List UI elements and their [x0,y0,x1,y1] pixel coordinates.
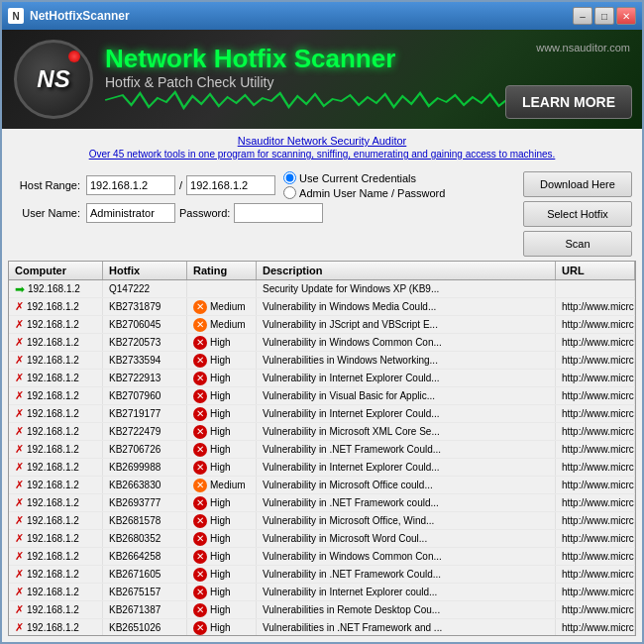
cell-rating: ✕High [187,405,257,422]
cell-description: Vulnerability in Internet Explorer Could… [257,405,556,422]
cell-computer: ✗192.168.1.2 [9,441,103,458]
cell-computer: ✗192.168.1.2 [9,530,103,547]
host-range-to[interactable] [186,175,275,195]
table-row[interactable]: ✗192.168.1.2KB2681578✕HighVulnerability … [9,512,635,530]
cell-description: Vulnerability in Visual Basic for Applic… [257,387,556,404]
main-window: N NetHotfixScanner – □ ✕ NS Network Hotf… [0,0,644,644]
cell-description: Vulnerability in Microsoft Office could.… [257,477,556,493]
cell-url: http://www.micrc [556,548,635,565]
cell-description: Vulnerabilities in Remote Desktop Cou... [257,601,556,618]
table-row[interactable]: ✗192.168.1.2KB2731879✕MediumVulnerabilit… [9,298,635,316]
table-row[interactable]: ✗192.168.1.2KB2664258✕HighVulnerability … [9,548,635,566]
cell-hotfix: Q147222 [103,280,187,297]
cell-rating: ✕Medium [187,477,257,493]
learn-more-button[interactable]: LEARN MORE [505,85,632,119]
table-row[interactable]: ✗192.168.1.2KB2706726✕HighVulnerability … [9,441,635,459]
cell-url: http://www.micrc [556,512,635,529]
cell-computer: ✗192.168.1.2 [9,334,103,351]
table-row[interactable]: ✗192.168.1.2KB2663830✕MediumVulnerabilit… [9,477,635,494]
cell-description: Vulnerability in Windows Common Con... [257,548,556,565]
table-row[interactable]: ✗192.168.1.2KB2671605✕HighVulnerability … [9,566,635,584]
table-row[interactable]: ✗192.168.1.2KB2651026✕HighVulnerabilitie… [9,619,635,635]
cell-hotfix: KB2680352 [103,530,187,547]
cell-hotfix: KB2733594 [103,352,187,369]
nsauditor-link[interactable]: Nsauditor Network Security Auditor [12,135,632,147]
table-row[interactable]: ✗192.168.1.2KB2722913✕HighVulnerability … [9,370,635,387]
cell-hotfix: KB2706726 [103,441,187,458]
admin-user-label[interactable]: Admin User Name / Password [283,186,445,199]
host-range-label: Host Range: [12,179,86,191]
table-row[interactable]: ✗192.168.1.2KB2706045✕MediumVulnerabilit… [9,316,635,334]
admin-user-radio[interactable] [283,186,296,199]
cell-rating: ✕High [187,601,257,618]
cell-hotfix: KB2722479 [103,423,187,440]
results-table: Computer Hotfix Rating Description URL ➡… [8,261,636,636]
cell-hotfix: KB2671605 [103,566,187,583]
cell-url: http://www.micrc [556,601,635,618]
cell-hotfix: KB2663830 [103,477,187,493]
col-header-url: URL [556,262,635,279]
scan-button[interactable]: Scan [523,231,632,257]
cell-url: http://www.micrc [556,584,635,600]
table-row[interactable]: ✗192.168.1.2KB2699988✕HighVulnerability … [9,459,635,477]
host-range-from[interactable] [86,175,175,195]
cell-url: http://www.micrc [556,477,635,493]
cell-computer: ✗192.168.1.2 [9,584,103,600]
window-title: NetHotfixScanner [30,9,130,23]
cell-hotfix: KB2693777 [103,494,187,511]
table-row[interactable]: ✗192.168.1.2KB2671387✕HighVulnerabilitie… [9,601,635,619]
minimize-button[interactable]: – [573,7,592,25]
cell-url: http://www.micrc [556,441,635,458]
banner-website: www.nsauditor.com [536,42,630,54]
table-row[interactable]: ➡192.168.1.2Q147222Security Update for W… [9,280,635,298]
cell-computer: ✗192.168.1.2 [9,405,103,422]
cell-url: http://www.micrc [556,566,635,583]
table-row[interactable]: ✗192.168.1.2KB2675157✕HighVulnerability … [9,584,635,601]
banner: NS Network Hotfix Scanner Hotfix & Patch… [2,30,642,129]
cell-computer: ✗192.168.1.2 [9,566,103,583]
cell-rating: ✕Medium [187,316,257,333]
col-header-computer: Computer [9,262,103,279]
cell-description: Vulnerability in .NET Framework Could... [257,441,556,458]
use-current-credentials-label[interactable]: Use Current Credentials [283,171,445,184]
username-input[interactable] [86,203,175,223]
cell-url: http://www.micrc [556,530,635,547]
cell-rating: ✕High [187,512,257,529]
table-row[interactable]: ✗192.168.1.2KB2707960✕HighVulnerability … [9,387,635,405]
controls-row: Host Range: / Use Current Credentials Ad… [2,165,642,261]
cell-hotfix: KB2707960 [103,387,187,404]
table-row[interactable]: ✗192.168.1.2KB2720573✕HighVulnerability … [9,334,635,352]
table-row[interactable]: ✗192.168.1.2KB2680352✕HighVulnerability … [9,530,635,548]
cell-hotfix: KB2722913 [103,370,187,386]
table-row[interactable]: ✗192.168.1.2KB2719177✕HighVulnerability … [9,405,635,423]
cell-computer: ✗192.168.1.2 [9,459,103,476]
cell-computer: ✗192.168.1.2 [9,477,103,493]
cell-rating: ✕High [187,566,257,583]
use-current-credentials-radio[interactable] [283,171,296,184]
admin-user-text: Admin User Name / Password [299,187,445,199]
col-header-rating: Rating [187,262,257,279]
table-body[interactable]: ➡192.168.1.2Q147222Security Update for W… [9,280,635,635]
table-row[interactable]: ✗192.168.1.2KB2733594✕HighVulnerabilitie… [9,352,635,370]
host-range-row: Host Range: / Use Current Credentials Ad… [12,171,515,199]
cell-url: http://www.micrc [556,459,635,476]
download-button[interactable]: Download Here [523,171,632,197]
password-input[interactable] [234,203,323,223]
cell-computer: ✗192.168.1.2 [9,548,103,565]
cell-description: Vulnerability in Microsoft Office, Wind.… [257,512,556,529]
cell-rating: ✕High [187,370,257,386]
select-hotfix-button[interactable]: Select Hotfix [523,201,632,227]
credential-radio-group: Use Current Credentials Admin User Name … [283,171,445,199]
table-row[interactable]: ✗192.168.1.2KB2693777✕HighVulnerability … [9,494,635,512]
cell-description: Vulnerability in .NET Framework Could... [257,566,556,583]
cell-description: Vulnerabilities in Windows Networking... [257,352,556,369]
cell-description: Vulnerability in Microsoft XML Core Se..… [257,423,556,440]
cell-hotfix: KB2731879 [103,298,187,315]
cell-rating: ✕Medium [187,298,257,315]
maximize-button[interactable]: □ [594,7,614,25]
nsauditor-desc[interactable]: Over 45 network tools in one program for… [12,149,632,160]
close-button[interactable]: ✕ [616,7,636,25]
table-row[interactable]: ✗192.168.1.2KB2722479✕HighVulnerability … [9,423,635,441]
logo: NS [14,40,93,119]
logo-dot [68,51,80,62]
